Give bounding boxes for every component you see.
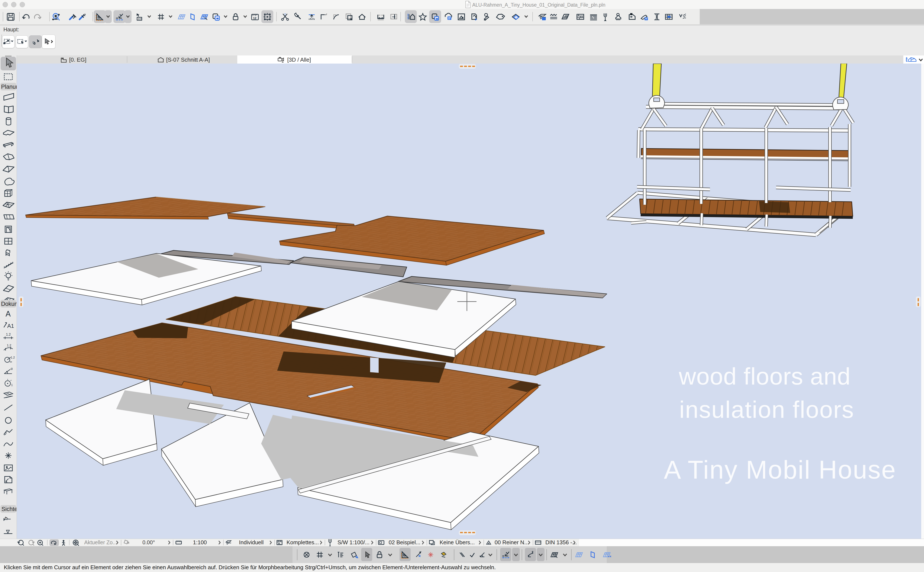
svg-text:wood floors and: wood floors and — [679, 363, 851, 390]
svg-text:insulation floors: insulation floors — [679, 396, 854, 423]
svg-text:1: 1 — [11, 383, 13, 387]
svg-text:A1: A1 — [7, 323, 14, 329]
svg-text:02 Beispiel...: 02 Beispiel... — [389, 539, 420, 546]
svg-text:Individuell: Individuell — [239, 539, 264, 546]
svg-text:DIN 1356 -...: DIN 1356 -... — [545, 539, 577, 546]
svg-text:Komplettes...: Komplettes... — [287, 539, 319, 546]
svg-text:0.00°: 0.00° — [143, 539, 155, 546]
svg-text:A: A — [6, 309, 11, 318]
svg-text:1:100: 1:100 — [193, 539, 207, 546]
svg-text:1.2: 1.2 — [11, 356, 15, 359]
svg-text:12: 12 — [253, 16, 256, 20]
svg-text:Sichte: Sichte — [2, 506, 17, 512]
svg-text:00 Reiner N...: 00 Reiner N... — [495, 539, 529, 546]
svg-text:Aktueller Zo...: Aktueller Zo... — [84, 539, 117, 546]
svg-text:1.2: 1.2 — [7, 344, 11, 347]
svg-text:1.2: 1.2 — [6, 333, 11, 336]
svg-text:Keine Übers...: Keine Übers... — [440, 539, 475, 546]
svg-text:S/W 1:100/...: S/W 1:100/... — [338, 539, 369, 546]
svg-text:Dokum: Dokum — [1, 301, 17, 307]
svg-text:Planun: Planun — [1, 84, 17, 90]
svg-text:α: α — [11, 367, 12, 370]
svg-text:A Tiny Mobil House: A Tiny Mobil House — [664, 455, 896, 484]
svg-text:XY: XY — [138, 17, 142, 20]
